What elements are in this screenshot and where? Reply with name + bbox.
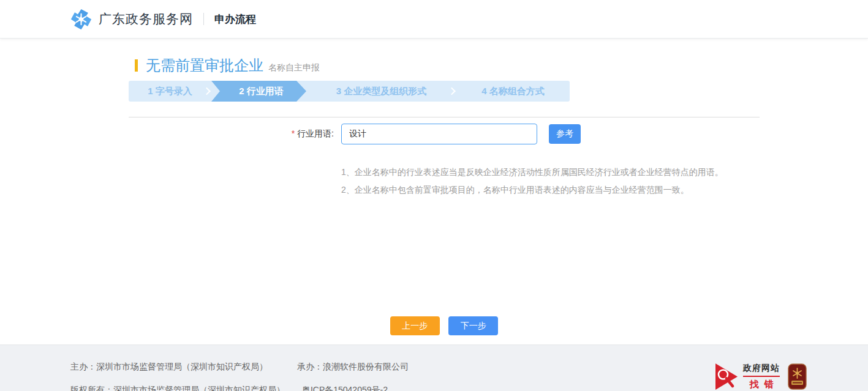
header: 广东政务服务网 申办流程 bbox=[0, 0, 868, 39]
step-1-label: 1 字号录入 bbox=[148, 86, 192, 96]
step-2-label: 2 行业用语 bbox=[239, 86, 284, 96]
industry-term-label: *行业用语: bbox=[129, 128, 341, 140]
previous-step-button[interactable]: 上一步 bbox=[390, 316, 440, 335]
step-4-zuhe[interactable]: 4 名称组合方式 bbox=[456, 81, 570, 102]
step-4-label: 4 名称组合方式 bbox=[481, 86, 545, 96]
industry-term-form-row: *行业用语: 参考 bbox=[129, 124, 760, 144]
industry-term-label-text: 行业用语: bbox=[297, 128, 334, 138]
form-divider bbox=[129, 117, 760, 117]
find-error-rule bbox=[743, 376, 780, 377]
step-2-hangye-active[interactable]: 2 行业用语 bbox=[211, 81, 306, 102]
footer: 主办：深圳市市场监督管理局（深圳市知识产权局） 承办：浪潮软件股份有限公司 版权… bbox=[0, 344, 868, 391]
hint-line-1: 1、企业名称中的行业表述应当是反映企业经济活动性质所属国民经济行业或者企业经营特… bbox=[341, 163, 760, 181]
find-error-text: 政府网站 找错 bbox=[743, 363, 780, 390]
step-navigation: 1 字号录入 2 行业用语 3 企业类型及组织形式 4 名称组合方式 bbox=[129, 81, 570, 102]
step-1-zihao[interactable]: 1 字号录入 bbox=[129, 81, 211, 102]
footer-undertaker: 承办：浪潮软件股份有限公司 bbox=[297, 362, 409, 371]
industry-term-input[interactable] bbox=[341, 124, 537, 144]
header-divider bbox=[203, 13, 204, 25]
site-name[interactable]: 广东政务服务网 bbox=[99, 10, 193, 28]
next-step-button[interactable]: 下一步 bbox=[448, 316, 498, 335]
magnifier-flag-icon bbox=[715, 362, 739, 391]
wizard-actions: 上一步 下一步 bbox=[129, 316, 760, 335]
find-error-line1: 政府网站 bbox=[743, 363, 780, 374]
step-3-label: 3 企业类型及组织形式 bbox=[336, 86, 427, 96]
page-title-row: 无需前置审批企业 名称自主申报 bbox=[135, 39, 760, 75]
required-asterisk: * bbox=[292, 128, 295, 138]
footer-copyright: 版权所有：深圳市市场监督管理局（深圳市知识产权局） bbox=[70, 385, 285, 391]
find-error-badge[interactable]: 政府网站 找错 bbox=[715, 362, 780, 391]
title-accent-bar bbox=[135, 59, 138, 72]
section-title: 申办流程 bbox=[214, 12, 256, 26]
step-3-leixing[interactable]: 3 企业类型及组织形式 bbox=[306, 81, 456, 102]
page-title: 无需前置审批企业 bbox=[146, 56, 263, 75]
footer-organizer: 主办：深圳市市场监督管理局（深圳市知识产权局） bbox=[70, 362, 268, 371]
find-error-line2: 找错 bbox=[743, 379, 780, 390]
pinwheel-logo-icon[interactable] bbox=[70, 9, 92, 30]
hint-list: 1、企业名称中的行业表述应当是反映企业经济活动性质所属国民经济行业或者企业经营特… bbox=[341, 163, 760, 199]
main-content: 无需前置审批企业 名称自主申报 1 字号录入 2 行业用语 3 企业类型及组织形… bbox=[0, 39, 868, 344]
footer-icp-number: 粤ICP备15042059号-2 bbox=[302, 385, 388, 391]
page-subtitle: 名称自主申报 bbox=[268, 62, 320, 73]
chevron-right-icon bbox=[203, 88, 211, 95]
chevron-right-icon bbox=[448, 88, 456, 95]
gov-emblem-icon[interactable] bbox=[788, 363, 807, 390]
reference-button[interactable]: 参考 bbox=[549, 124, 581, 144]
hint-line-2: 2、企业名称中包含前置审批项目的，名称中行业用语表述的内容应当与企业经营范围一致… bbox=[341, 181, 760, 199]
footer-badges: 政府网站 找错 bbox=[715, 362, 807, 391]
